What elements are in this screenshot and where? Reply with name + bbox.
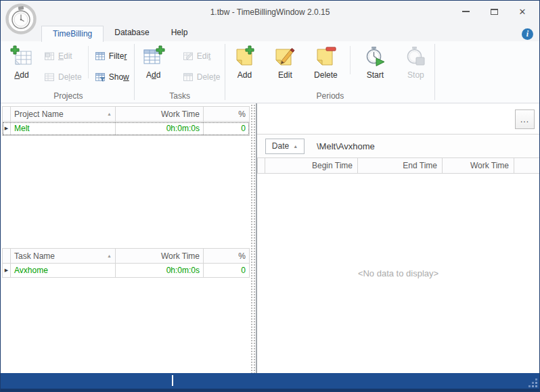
maximize-button[interactable] — [485, 5, 503, 18]
projects-show-label: Show — [109, 72, 129, 82]
window-bottom-edge — [1, 389, 539, 391]
minimize-button[interactable] — [457, 5, 474, 18]
tasks-delete-button: Delete — [179, 70, 225, 84]
tasks-column-percent[interactable]: % — [204, 248, 250, 264]
ribbon-tab-bar: TimeBilling Database Help i — [1, 24, 539, 41]
note-edit-icon — [273, 45, 296, 68]
periods-edit-button[interactable]: Edit — [267, 45, 303, 80]
row-indicator-cell: ▶ — [2, 264, 11, 278]
projects-column-name[interactable]: Project Name ▲ — [11, 106, 116, 122]
ribbon-group-label-tasks: Tasks — [135, 91, 225, 103]
tasks-row-avxhome[interactable]: ▶ Avxhome 0h:0m:0s 0 — [2, 264, 250, 278]
table-add-icon — [10, 45, 33, 68]
periods-add-label: Add — [238, 70, 252, 80]
tasks-grid-header: Task Name ▲ Work Time % — [2, 248, 250, 264]
projects-row-melt[interactable]: ▶ Melt 0h:0m:0s 0 — [2, 122, 250, 136]
ribbon-inner-separator — [88, 46, 89, 78]
periods-panel: ... Date ▲ \Melt\Avxhome Begin Time End … — [257, 103, 539, 373]
tasks-column-name[interactable]: Task Name ▲ — [11, 248, 116, 264]
no-data-message: <No data to display> — [358, 268, 438, 278]
task-name-cell: Avxhome — [11, 264, 116, 278]
projects-column-worktime[interactable]: Work Time — [116, 106, 204, 122]
ribbon-group-projects: Add Edit — [3, 41, 133, 103]
periods-column-worktime[interactable]: Work Time — [443, 157, 514, 174]
table-delete-icon — [44, 72, 55, 82]
periods-header-filler — [514, 157, 539, 174]
tasks-edit-button: Edit — [179, 49, 225, 63]
close-button[interactable]: ✕ — [514, 5, 531, 18]
status-bar — [1, 373, 539, 389]
periods-start-button[interactable]: Start — [357, 45, 393, 80]
tasks-column-name-label: Task Name — [14, 251, 55, 261]
tasks-column-worktime[interactable]: Work Time — [116, 248, 204, 264]
note-delete-icon — [314, 45, 337, 68]
info-icon[interactable]: i — [522, 28, 533, 40]
periods-column-begintime[interactable]: Begin Time — [265, 157, 358, 174]
projects-add-button[interactable]: Add — [3, 45, 40, 80]
selected-path-label: \Melt\Avxhome — [317, 141, 375, 151]
project-percent-cell: 0 — [204, 122, 250, 136]
projects-edit-label: Edit — [58, 51, 72, 61]
ribbon-group-separator — [134, 44, 135, 100]
periods-add-button[interactable]: Add — [226, 45, 263, 80]
panel-splitter[interactable] — [250, 103, 257, 373]
tasks-add-button[interactable]: Add — [135, 45, 172, 80]
stop-stopwatch-icon — [404, 45, 427, 68]
group-by-date-chip[interactable]: Date ▲ — [265, 139, 305, 154]
table-edit-icon — [44, 51, 55, 62]
task-add-icon — [142, 45, 165, 68]
resize-grip-icon[interactable] — [529, 379, 537, 387]
ribbon-group-label-periods: Periods — [226, 91, 434, 103]
periods-stop-label: Stop — [407, 70, 424, 80]
projects-add-label: Add — [14, 70, 28, 80]
tasks-header-gutter — [2, 248, 11, 264]
more-options-button[interactable]: ... — [515, 109, 535, 129]
ribbon-group-periods: Add Edit — [226, 41, 434, 103]
group-by-date-label: Date — [272, 141, 289, 151]
project-worktime-cell: 0h:0m:0s — [116, 122, 204, 136]
projects-filter-label: Filter — [109, 51, 127, 61]
ribbon-group-separator — [225, 44, 225, 100]
periods-edit-label: Edit — [278, 70, 292, 80]
task-edit-icon — [183, 51, 194, 62]
task-delete-icon — [183, 72, 194, 82]
projects-grid: Project Name ▲ Work Time % ▶ Melt 0h:0m:… — [2, 106, 250, 136]
projects-edit-button: Edit — [40, 49, 86, 63]
ribbon-group-label-projects: Projects — [3, 91, 133, 103]
tasks-delete-label: Delete — [197, 72, 221, 82]
maximize-icon — [491, 9, 498, 15]
periods-start-label: Start — [367, 70, 384, 80]
periods-stop-button: Stop — [397, 45, 434, 80]
tasks-edit-label: Edit — [197, 51, 211, 61]
tab-help[interactable]: Help — [160, 25, 199, 41]
projects-show-button[interactable]: Show — [91, 70, 133, 84]
projects-delete-label: Delete — [58, 72, 82, 82]
start-stopwatch-icon — [363, 45, 386, 68]
sort-ascending-icon: ▲ — [293, 144, 298, 149]
task-worktime-cell: 0h:0m:0s — [116, 264, 204, 278]
group-by-bar: Date ▲ \Melt\Avxhome — [257, 134, 539, 157]
periods-toolbar: ... — [257, 103, 539, 134]
projects-column-percent[interactable]: % — [204, 106, 250, 122]
status-bar-tick — [172, 375, 173, 386]
row-marker-icon: ▶ — [5, 268, 8, 273]
app-window: 1.tbw - TimeBillingWindow 2.0.15 ✕ TimeB… — [0, 0, 540, 392]
project-name-cell: Melt — [11, 122, 116, 136]
tab-timebilling[interactable]: TimeBilling — [41, 26, 104, 42]
periods-column-endtime[interactable]: End Time — [358, 157, 443, 174]
row-marker-icon: ▶ — [5, 126, 8, 131]
title-bar: 1.tbw - TimeBillingWindow 2.0.15 ✕ — [1, 1, 539, 24]
projects-filter-button[interactable]: Filter — [91, 49, 133, 63]
table-show-icon — [95, 72, 106, 82]
close-icon: ✕ — [519, 7, 526, 16]
tab-database[interactable]: Database — [104, 25, 160, 41]
left-panel: Project Name ▲ Work Time % ▶ Melt 0h:0m:… — [1, 103, 250, 373]
main-content: Project Name ▲ Work Time % ▶ Melt 0h:0m:… — [1, 103, 539, 373]
periods-delete-label: Delete — [314, 70, 338, 80]
tasks-add-label: Add — [146, 70, 160, 80]
note-add-icon — [233, 45, 256, 68]
ribbon-group-tasks: Add Edit — [135, 41, 225, 103]
window-controls: ✕ — [457, 5, 531, 18]
periods-delete-button[interactable]: Delete — [307, 45, 344, 80]
row-indicator-cell: ▶ — [2, 122, 11, 136]
